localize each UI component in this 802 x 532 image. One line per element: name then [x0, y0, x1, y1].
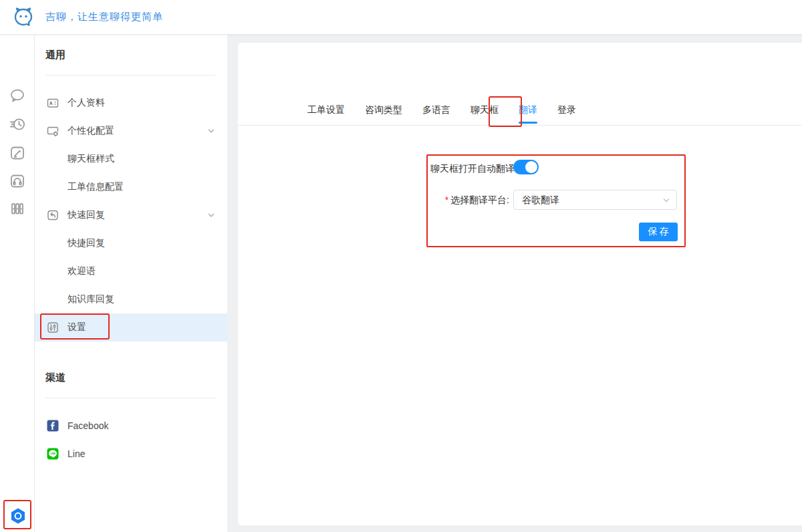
svg-text:LINE: LINE — [50, 452, 55, 455]
sidebar-item-settings[interactable]: 设置 — [35, 313, 227, 342]
platform-select-label: *选择翻译平台: — [428, 194, 509, 207]
sidebar-item-label: 知识库回复 — [68, 293, 114, 305]
sidebar-item-welcome-message[interactable]: 欢迎语 — [35, 257, 227, 285]
sidebar-item-label: 快捷回复 — [68, 237, 105, 249]
sidebar-item-ticket-info-config[interactable]: 工单信息配置 — [35, 173, 227, 201]
settings-hexagon-icon[interactable] — [9, 507, 26, 524]
tab-label: 翻译 — [519, 104, 537, 115]
quick-reply-icon — [47, 209, 59, 221]
sidebar-item-chatbox-style[interactable]: 聊天框样式 — [35, 145, 227, 173]
id-card-icon — [47, 97, 59, 109]
active-tab-underline — [519, 122, 537, 124]
tab-ticket-settings[interactable]: 工单设置 — [307, 94, 345, 126]
sidebar-item-label: 欢迎语 — [68, 265, 96, 277]
sidebar-item-facebook[interactable]: Facebook — [35, 412, 227, 440]
chat-icon[interactable] — [9, 87, 26, 104]
tab-label: 咨询类型 — [365, 104, 402, 115]
tab-login[interactable]: 登录 — [557, 94, 576, 126]
cat-chat-logo-icon — [12, 6, 35, 29]
sidebar-item-shortcut-reply[interactable]: 快捷回复 — [35, 229, 227, 257]
settings-sidebar: 通用 个人资料 个性化配置 — [35, 35, 227, 532]
tab-inquiry-type[interactable]: 咨询类型 — [365, 94, 402, 126]
tab-chatbox[interactable]: 聊天框 — [471, 94, 499, 126]
settings-tab-bar: 工单设置 咨询类型 多语言 聊天框 翻译 登录 — [238, 94, 802, 126]
app-slogan: 吉聊，让生意聊得更简单 — [45, 11, 163, 23]
toggle-knob — [525, 161, 537, 173]
tab-label: 聊天框 — [471, 104, 499, 115]
sidebar-item-label: 个性化配置 — [68, 125, 114, 137]
chevron-down-icon[interactable] — [207, 211, 215, 219]
sidebar-item-label: 个人资料 — [68, 97, 105, 109]
section-heading-general: 通用 — [45, 47, 214, 63]
sidebar-item-quick-reply-group[interactable]: 快速回复 — [35, 201, 227, 229]
sidebar-item-label: 快速回复 — [68, 209, 105, 221]
tab-label: 登录 — [557, 104, 576, 115]
headset-icon[interactable] — [9, 172, 26, 190]
tab-multilanguage[interactable]: 多语言 — [422, 94, 450, 126]
divider — [45, 75, 215, 76]
section-heading-channels: 渠道 — [45, 370, 214, 386]
sliders-icon — [47, 321, 59, 334]
history-clock-icon[interactable] — [9, 116, 26, 133]
sidebar-item-label: 工单信息配置 — [68, 181, 124, 193]
divider — [45, 398, 215, 398]
sidebar-item-label: 设置 — [68, 321, 86, 334]
sidebar-item-label: Facebook — [68, 420, 108, 431]
facebook-icon — [47, 420, 59, 432]
sidebar-item-label: Line — [68, 448, 85, 459]
personalize-config-icon — [47, 125, 59, 137]
tab-label: 工单设置 — [307, 104, 345, 115]
auto-translate-label: 聊天框打开自动翻译: — [430, 163, 517, 175]
tab-label: 多语言 — [422, 104, 450, 115]
chevron-down-icon — [662, 196, 670, 205]
edit-icon[interactable] — [9, 144, 26, 162]
line-icon: LINE — [47, 448, 59, 460]
app-window: 吉聊，让生意聊得更简单 — [0, 0, 802, 532]
sidebar-item-knowledge-base-reply[interactable]: 知识库回复 — [35, 285, 227, 313]
chevron-down-icon[interactable] — [207, 127, 215, 135]
stats-bars-icon[interactable] — [9, 200, 26, 217]
tab-translation[interactable]: 翻译 — [519, 94, 537, 126]
sidebar-item-label: 聊天框样式 — [68, 153, 114, 165]
select-value: 谷歌翻译 — [522, 194, 559, 205]
icon-rail — [0, 35, 35, 532]
sidebar-item-profile[interactable]: 个人资料 — [35, 89, 227, 117]
top-header: 吉聊，让生意聊得更简单 — [0, 0, 802, 35]
translation-settings-form: 聊天框打开自动翻译: *选择翻译平台: 谷歌翻译 保存 — [426, 154, 686, 247]
translate-platform-select[interactable]: 谷歌翻译 — [513, 190, 677, 210]
required-asterisk: * — [445, 194, 448, 205]
platform-select-label-text: 选择翻译平台: — [450, 194, 509, 205]
auto-translate-toggle[interactable] — [513, 160, 539, 174]
save-button[interactable]: 保存 — [639, 223, 678, 241]
sidebar-item-line[interactable]: LINE Line — [35, 440, 227, 468]
sidebar-item-personalization[interactable]: 个性化配置 — [35, 117, 227, 145]
